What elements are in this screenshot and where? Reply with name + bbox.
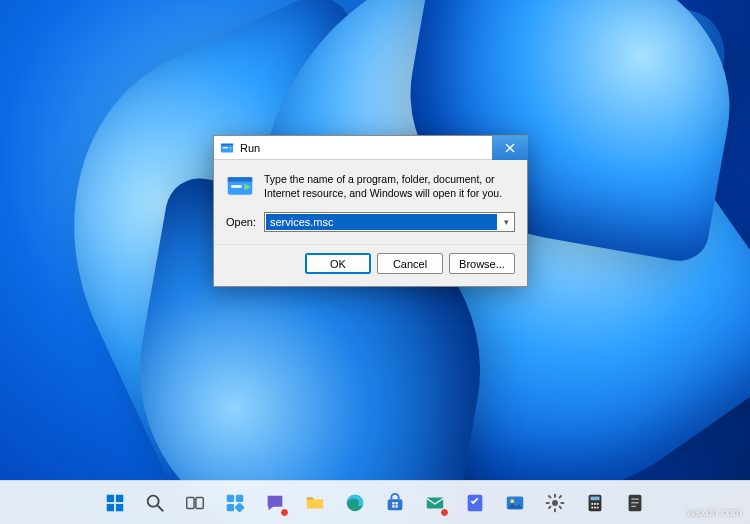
svg-rect-19 — [388, 499, 403, 510]
svg-rect-36 — [548, 505, 552, 509]
taskbar-photos[interactable] — [498, 486, 532, 520]
taskbar-store[interactable] — [378, 486, 412, 520]
svg-rect-7 — [116, 494, 123, 501]
run-app-icon — [226, 172, 254, 200]
svg-rect-14 — [227, 494, 234, 501]
svg-rect-30 — [554, 508, 556, 512]
svg-rect-17 — [234, 502, 244, 512]
widgets-icon — [224, 492, 246, 514]
svg-rect-32 — [561, 502, 565, 504]
svg-rect-47 — [631, 502, 638, 503]
svg-rect-24 — [427, 497, 444, 508]
run-dialog: Run Type the name of a program, folder, … — [213, 135, 528, 287]
windows-logo-icon — [104, 492, 126, 514]
open-label: Open: — [226, 216, 256, 228]
svg-rect-5 — [231, 185, 242, 188]
svg-rect-13 — [196, 497, 203, 508]
svg-point-40 — [594, 502, 596, 504]
titlebar[interactable]: Run — [214, 136, 527, 160]
folder-icon — [304, 492, 326, 514]
notes-icon — [624, 492, 646, 514]
close-button[interactable] — [492, 136, 528, 160]
taskbar-search[interactable] — [138, 486, 172, 520]
svg-point-43 — [594, 506, 596, 508]
svg-point-44 — [597, 506, 599, 508]
browse-button[interactable]: Browse... — [449, 253, 515, 274]
taskbar-mail[interactable] — [418, 486, 452, 520]
svg-rect-15 — [236, 494, 243, 501]
taskbar-settings[interactable] — [538, 486, 572, 520]
svg-rect-8 — [107, 503, 114, 510]
store-icon — [384, 492, 406, 514]
badge-icon — [280, 508, 289, 517]
photos-icon — [504, 492, 526, 514]
taskbar-todo[interactable] — [458, 486, 492, 520]
taskbar-file-explorer[interactable] — [298, 486, 332, 520]
svg-point-10 — [148, 495, 159, 506]
svg-point-27 — [510, 499, 514, 503]
edge-icon — [344, 492, 366, 514]
run-app-icon — [220, 141, 234, 155]
ok-button[interactable]: OK — [305, 253, 371, 274]
svg-rect-31 — [546, 502, 550, 504]
chevron-down-icon[interactable]: ▾ — [498, 217, 514, 227]
taskbar-notes[interactable] — [618, 486, 652, 520]
window-title: Run — [240, 142, 492, 154]
cancel-button[interactable]: Cancel — [377, 253, 443, 274]
svg-rect-34 — [558, 505, 562, 509]
todo-icon — [464, 492, 486, 514]
svg-rect-23 — [395, 505, 397, 507]
svg-rect-48 — [631, 505, 636, 506]
search-icon — [144, 492, 166, 514]
task-view-icon — [184, 492, 206, 514]
svg-point-41 — [597, 502, 599, 504]
svg-rect-6 — [107, 494, 114, 501]
svg-rect-4 — [228, 177, 253, 181]
svg-point-42 — [591, 506, 593, 508]
svg-rect-16 — [227, 503, 234, 510]
svg-rect-12 — [187, 497, 194, 508]
svg-rect-20 — [392, 502, 394, 504]
svg-rect-21 — [395, 502, 397, 504]
taskbar-calculator[interactable] — [578, 486, 612, 520]
svg-rect-46 — [631, 498, 638, 499]
svg-line-11 — [158, 505, 164, 511]
badge-icon — [440, 508, 449, 517]
svg-rect-25 — [468, 494, 483, 511]
svg-point-28 — [552, 500, 558, 506]
close-icon — [505, 143, 515, 153]
taskbar-start[interactable] — [98, 486, 132, 520]
svg-rect-22 — [392, 505, 394, 507]
open-combobox[interactable]: ▾ — [264, 212, 515, 232]
taskbar-edge[interactable] — [338, 486, 372, 520]
svg-rect-33 — [548, 494, 552, 498]
desktop: Run Type the name of a program, folder, … — [0, 0, 750, 524]
dialog-content: Type the name of a program, folder, docu… — [214, 160, 527, 208]
open-input[interactable] — [266, 214, 497, 230]
dialog-description: Type the name of a program, folder, docu… — [264, 172, 515, 200]
svg-rect-29 — [554, 493, 556, 497]
watermark: wsxdn.com — [687, 506, 742, 518]
svg-rect-35 — [558, 494, 562, 498]
calculator-icon — [584, 492, 606, 514]
open-row: Open: ▾ — [214, 208, 527, 244]
taskbar-task-view[interactable] — [178, 486, 212, 520]
svg-rect-1 — [221, 143, 233, 145]
gear-icon — [544, 492, 566, 514]
svg-rect-2 — [223, 147, 228, 148]
svg-point-39 — [591, 502, 593, 504]
svg-rect-38 — [590, 496, 599, 500]
taskbar-chat[interactable] — [258, 486, 292, 520]
svg-rect-9 — [116, 503, 123, 510]
taskbar — [0, 480, 750, 524]
taskbar-widgets[interactable] — [218, 486, 252, 520]
button-row: OK Cancel Browse... — [214, 244, 527, 286]
